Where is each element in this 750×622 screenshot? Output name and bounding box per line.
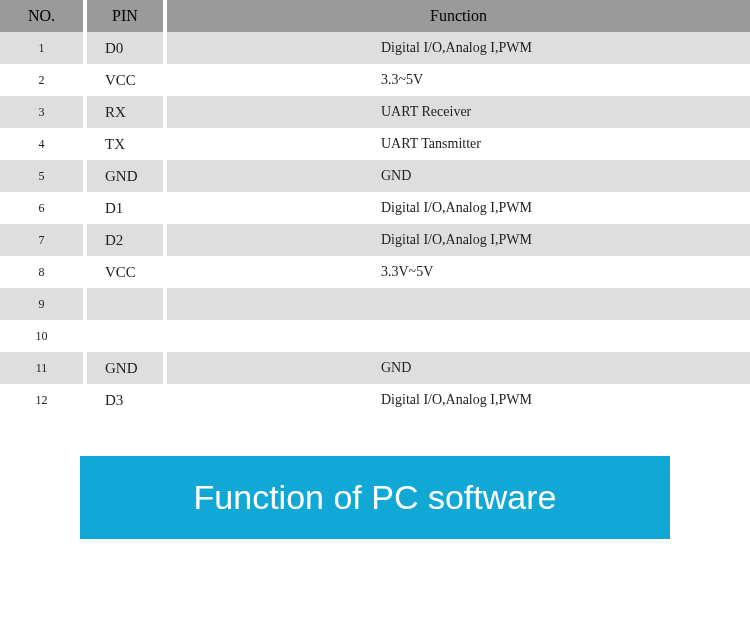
header-pin: PIN xyxy=(85,0,165,32)
cell-pin: VCC xyxy=(85,256,165,288)
cell-function: GND xyxy=(165,160,750,192)
cell-function: 3.3V~5V xyxy=(165,256,750,288)
cell-function: GND xyxy=(165,352,750,384)
cell-no: 3 xyxy=(0,96,85,128)
cell-no: 12 xyxy=(0,384,85,416)
cell-no: 11 xyxy=(0,352,85,384)
cell-no: 1 xyxy=(0,32,85,64)
table-row: 4 TX UART Tansmitter xyxy=(0,128,750,160)
cell-no: 4 xyxy=(0,128,85,160)
cell-pin: GND xyxy=(85,352,165,384)
table-row: 10 xyxy=(0,320,750,352)
cell-no: 9 xyxy=(0,288,85,320)
table-row: 6 D1 Digital I/O,Analog I,PWM xyxy=(0,192,750,224)
header-function: Function xyxy=(165,0,750,32)
table-row: 1 D0 Digital I/O,Analog I,PWM xyxy=(0,32,750,64)
cell-no: 2 xyxy=(0,64,85,96)
cell-function: 3.3~5V xyxy=(165,64,750,96)
table-row: 3 RX UART Receiver xyxy=(0,96,750,128)
cell-function xyxy=(165,288,750,320)
cell-function: Digital I/O,Analog I,PWM xyxy=(165,192,750,224)
cell-pin: VCC xyxy=(85,64,165,96)
cell-pin: D3 xyxy=(85,384,165,416)
banner-wrap: Function of PC software xyxy=(0,416,750,559)
cell-function: Digital I/O,Analog I,PWM xyxy=(165,32,750,64)
cell-no: 6 xyxy=(0,192,85,224)
cell-function: UART Receiver xyxy=(165,96,750,128)
cell-no: 5 xyxy=(0,160,85,192)
cell-pin: RX xyxy=(85,96,165,128)
cell-pin: GND xyxy=(85,160,165,192)
cell-function xyxy=(165,320,750,352)
cell-pin: TX xyxy=(85,128,165,160)
table-header: NO. PIN Function xyxy=(0,0,750,32)
table-row: 2 VCC 3.3~5V xyxy=(0,64,750,96)
cell-no: 10 xyxy=(0,320,85,352)
cell-pin xyxy=(85,320,165,352)
header-no: NO. xyxy=(0,0,85,32)
table-row: 11 GND GND xyxy=(0,352,750,384)
table-row: 8 VCC 3.3V~5V xyxy=(0,256,750,288)
table-row: 12 D3 Digital I/O,Analog I,PWM xyxy=(0,384,750,416)
cell-pin xyxy=(85,288,165,320)
cell-pin: D1 xyxy=(85,192,165,224)
cell-function: Digital I/O,Analog I,PWM xyxy=(165,224,750,256)
table-row: 5 GND GND xyxy=(0,160,750,192)
cell-pin: D2 xyxy=(85,224,165,256)
section-banner: Function of PC software xyxy=(80,456,670,539)
cell-pin: D0 xyxy=(85,32,165,64)
cell-function: UART Tansmitter xyxy=(165,128,750,160)
pin-function-table: NO. PIN Function 1 D0 Digital I/O,Analog… xyxy=(0,0,750,416)
cell-no: 8 xyxy=(0,256,85,288)
cell-function: Digital I/O,Analog I,PWM xyxy=(165,384,750,416)
cell-no: 7 xyxy=(0,224,85,256)
table-row: 7 D2 Digital I/O,Analog I,PWM xyxy=(0,224,750,256)
table-row: 9 xyxy=(0,288,750,320)
